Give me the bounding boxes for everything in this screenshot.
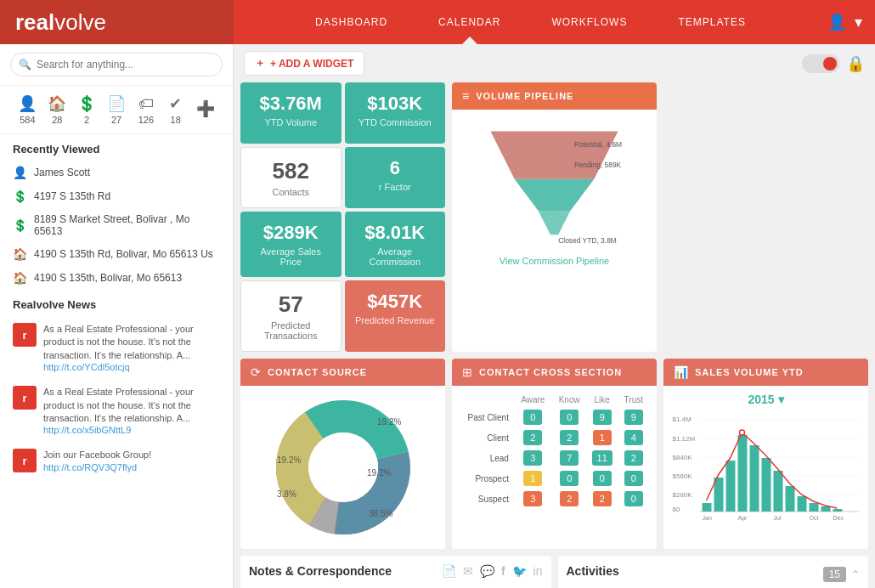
cross-row-label: Past Client	[459, 407, 514, 427]
recent-8189[interactable]: 💲 8189 S Market Street, Bolivar , Mo 656…	[0, 208, 233, 242]
linkedin-icon[interactable]: in	[533, 564, 543, 578]
cross-cell[interactable]: 2	[552, 489, 587, 509]
recent-james-scott[interactable]: 👤 James Scott	[0, 161, 233, 184]
svg-text:$0: $0	[673, 506, 680, 513]
top-nav: realvolve DASHBOARD CALENDAR WORKFLOWS T…	[0, 0, 875, 44]
cross-cell[interactable]: 0	[587, 468, 618, 489]
recent-4197[interactable]: 💲 4197 S 135th Rd	[0, 184, 233, 208]
cross-cell[interactable]: 11	[587, 448, 618, 468]
svg-text:Jan: Jan	[703, 515, 712, 521]
stat-avg-sales[interactable]: $289K Average Sales Price	[240, 212, 342, 277]
cross-cell[interactable]: 0	[514, 407, 552, 427]
svg-rect-41	[821, 506, 831, 512]
cross-cell[interactable]: 2	[587, 489, 618, 509]
quick-deals[interactable]: 💲 2	[72, 94, 102, 125]
cross-cell[interactable]: 2	[514, 427, 552, 448]
stat-value-avg-com: $8.01K	[353, 222, 438, 244]
quick-docs[interactable]: 📄 27	[102, 94, 132, 125]
stat-value-ytd-com: $103K	[353, 93, 438, 115]
cross-cell[interactable]: 9	[587, 407, 618, 427]
svg-text:3.8%: 3.8%	[277, 489, 296, 499]
donut-chart: 19.2% 19.2% 3.8% 38.5% 19.2%	[275, 399, 411, 535]
nav-templates[interactable]: TEMPLATES	[678, 0, 745, 44]
homes-icon: 🏠	[48, 94, 66, 113]
dropdown-icon[interactable]: ▾	[855, 13, 862, 31]
homes-count: 28	[52, 115, 62, 125]
user-icon[interactable]: 👤	[827, 13, 846, 31]
chat-icon[interactable]: 💬	[480, 564, 494, 578]
logo-area: realvolve	[0, 0, 234, 44]
quick-add[interactable]: ➕	[190, 99, 220, 120]
nav-links: DASHBOARD CALENDAR WORKFLOWS TEMPLATES	[234, 0, 827, 44]
cross-cell[interactable]: 7	[552, 448, 587, 468]
stat-predicted-tx[interactable]: 57 Predicted Transactions	[240, 280, 342, 352]
news-item-3[interactable]: r Join our Facebook Group! http://t.co/R…	[0, 442, 233, 479]
stat-label-ytd-vol: YTD Volume	[249, 117, 333, 127]
recent-4190-rd[interactable]: 🏠 4190 S 135th Rd, Bolivar, Mo 65613 Us	[0, 242, 233, 266]
email-icon[interactable]: ✉	[463, 564, 473, 578]
nav-calendar[interactable]: CALENDAR	[438, 0, 500, 44]
activities-panel: Activities 15 ⌃ 👥 START A WORKFLOW	[558, 556, 869, 588]
stat-avg-commission[interactable]: $8.01K Average Commission	[345, 212, 446, 277]
add-widget-button[interactable]: ＋ + ADD A WIDGET	[244, 51, 364, 76]
stat-label-rfactor: r Factor	[353, 182, 438, 192]
col-aware: Aware	[514, 393, 552, 407]
cross-cell[interactable]: 2	[618, 448, 650, 468]
cross-cell[interactable]: 9	[618, 407, 650, 427]
cross-cell[interactable]: 0	[552, 407, 587, 427]
cross-cell[interactable]: 4	[618, 427, 650, 448]
cross-cell[interactable]: 0	[552, 468, 587, 489]
cross-cell[interactable]: 1	[514, 468, 552, 489]
news-link-3[interactable]: http://t.co/RQV3Q7flyd	[43, 462, 151, 472]
bottom-row: Notes & Correspondence 📄 ✉ 💬 f 🐦 in 📄	[234, 556, 875, 588]
cross-cell[interactable]: 1	[587, 427, 618, 448]
year-selector[interactable]: 2015 ▾	[670, 393, 861, 406]
volume-pipeline-header: ≡ VOLUME PIPELINE	[452, 82, 657, 110]
pipeline-icon: ≡	[462, 89, 469, 103]
news-item-2[interactable]: r As a Real Estate Professional - your p…	[0, 379, 233, 442]
collapse-icon[interactable]: ⌃	[851, 568, 860, 580]
svg-text:$1.12M: $1.12M	[673, 435, 696, 443]
cross-cell[interactable]: 2	[552, 427, 587, 448]
cross-cell[interactable]: 3	[514, 448, 552, 468]
home-icon-2: 🏠	[13, 271, 27, 285]
lock-toggle: 🔒	[802, 54, 865, 73]
nav-workflows[interactable]: WORKFLOWS	[551, 0, 627, 44]
quick-contacts[interactable]: 👤 584	[13, 94, 42, 125]
svg-rect-38	[786, 486, 795, 512]
main-content: ＋ + ADD A WIDGET 🔒 $3.76M YTD Volume $10…	[234, 44, 875, 588]
news-link-2[interactable]: http://t.co/x5ibGNttL9	[43, 425, 220, 435]
quick-tasks[interactable]: ✔ 18	[161, 94, 190, 125]
svg-rect-40	[810, 503, 819, 512]
cross-cell[interactable]: 3	[514, 489, 552, 509]
stat-ytd-volume[interactable]: $3.76M YTD Volume	[240, 82, 342, 144]
cross-cell[interactable]: 0	[618, 468, 650, 489]
stat-ytd-commission[interactable]: $103K YTD Commission	[345, 82, 446, 144]
doc-icon[interactable]: 📄	[442, 564, 456, 578]
toggle-switch[interactable]	[802, 54, 839, 73]
recent-4190-th[interactable]: 🏠 4190 S 135th, Bolivar, Mo 65613	[0, 266, 233, 290]
stat-value-avg-sales: $289K	[249, 222, 333, 244]
pie-container: 19.2% 19.2% 3.8% 38.5% 19.2%	[247, 393, 438, 542]
contact-source-panel: ⟳ CONTACT SOURCE	[240, 359, 445, 549]
col-like: Like	[587, 393, 618, 407]
view-pipeline-link[interactable]: View Commission Pipeline	[494, 251, 614, 271]
cross-cell[interactable]: 0	[618, 489, 650, 509]
nav-dashboard[interactable]: DASHBOARD	[315, 0, 387, 44]
quick-tags[interactable]: 🏷 126	[131, 95, 161, 125]
news-item-1[interactable]: r As a Real Estate Professional - your p…	[0, 316, 233, 379]
stat-rfactor[interactable]: 6 r Factor	[345, 147, 446, 208]
activities-title: Activities	[567, 564, 619, 578]
stat-contacts[interactable]: 582 Contacts	[240, 147, 342, 208]
twitter-icon[interactable]: 🐦	[512, 564, 527, 578]
stat-predicted-rev[interactable]: $457K Predicted Revenue	[345, 280, 446, 352]
facebook-icon[interactable]: f	[501, 564, 505, 578]
svg-point-13	[308, 433, 378, 502]
stat-label-avg-sales: Average Sales Price	[249, 246, 333, 267]
news-link-1[interactable]: http://t.co/YCdl5otcjq	[43, 362, 220, 372]
search-input[interactable]	[10, 53, 223, 76]
cross-row-label: Suspect	[459, 489, 514, 509]
quick-homes[interactable]: 🏠 28	[42, 94, 72, 125]
svg-rect-42	[833, 509, 843, 512]
cross-section-header: ⊞ CONTACT CROSS SECTION	[452, 359, 657, 386]
